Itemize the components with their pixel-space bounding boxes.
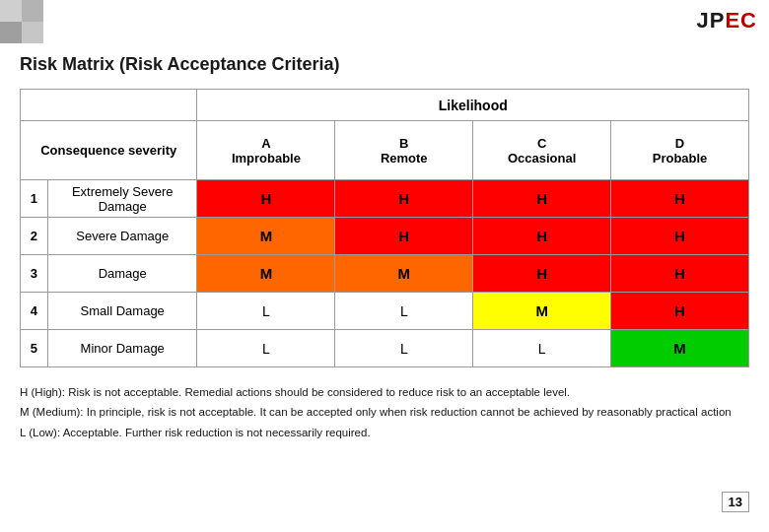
risk-cell-r2-c3: H: [611, 218, 749, 255]
col-header-d: D Probable: [611, 121, 749, 180]
legend-m: M (Medium): In principle, risk is not ac…: [20, 403, 749, 421]
row-label-0: Extremely Severe Damage: [47, 180, 197, 218]
row-label-3: Small Damage: [47, 293, 197, 330]
row-number-4: 4: [21, 293, 48, 330]
table-row: 3DamageMMHH: [21, 255, 749, 293]
jpec-logo: JPEC: [697, 8, 757, 33]
risk-cell-r4-c0: L: [197, 293, 335, 330]
decorative-squares: [0, 0, 59, 59]
risk-cell-r5-c2: L: [473, 330, 611, 367]
likelihood-header: Likelihood: [197, 90, 749, 121]
legend-h: H (High): Risk is not acceptable. Remedi…: [20, 383, 749, 401]
table-row: 2Severe DamageMHHH: [21, 218, 749, 255]
col-header-c: C Occasional: [473, 121, 611, 180]
risk-cell-r2-c0: M: [197, 218, 335, 255]
row-number-3: 3: [21, 255, 48, 293]
row-number-5: 5: [21, 330, 48, 367]
risk-cell-r1-c1: H: [335, 180, 473, 218]
risk-cell-r4-c1: L: [335, 293, 473, 330]
risk-cell-r2-c1: H: [335, 218, 473, 255]
risk-cell-r1-c0: H: [197, 180, 335, 218]
header-row-likelihood: Likelihood: [21, 90, 749, 121]
legend: H (High): Risk is not acceptable. Remedi…: [20, 383, 749, 441]
table-row: 1Extremely Severe DamageHHHH: [21, 180, 749, 218]
row-number-2: 2: [21, 218, 48, 255]
table-row: 5Minor DamageLLLM: [21, 330, 749, 367]
col-header-a: A Improbable: [197, 121, 335, 180]
risk-cell-r3-c0: M: [197, 255, 335, 293]
risk-cell-r1-c2: H: [473, 180, 611, 218]
logo-part2: EC: [725, 8, 757, 33]
risk-cell-r5-c0: L: [197, 330, 335, 367]
risk-cell-r1-c3: H: [611, 180, 749, 218]
consequence-header: Consequence severity: [21, 121, 197, 180]
risk-cell-r5-c3: M: [611, 330, 749, 367]
risk-cell-r3-c3: H: [611, 255, 749, 293]
table-row: 4Small DamageLLMH: [21, 293, 749, 330]
page-container: Risk Matrix (Risk Acceptance Criteria) L…: [20, 54, 749, 512]
risk-cell-r3-c2: H: [473, 255, 611, 293]
col-header-b: B Remote: [335, 121, 473, 180]
row-label-2: Damage: [47, 255, 197, 293]
risk-cell-r2-c2: H: [473, 218, 611, 255]
table-body: 1Extremely Severe DamageHHHH2Severe Dama…: [21, 180, 749, 367]
page-number: 13: [722, 492, 749, 512]
row-label-1: Severe Damage: [47, 218, 197, 255]
header-row-columns: Consequence severity A Improbable B Remo…: [21, 121, 749, 180]
risk-matrix-table: Likelihood Consequence severity A Improb…: [20, 89, 749, 367]
legend-l: L (Low): Acceptable. Further risk reduct…: [20, 424, 749, 441]
risk-cell-r5-c1: L: [335, 330, 473, 367]
risk-cell-r4-c3: H: [611, 293, 749, 330]
row-label-4: Minor Damage: [47, 330, 197, 367]
page-title: Risk Matrix (Risk Acceptance Criteria): [20, 54, 749, 75]
row-number-1: 1: [21, 180, 48, 218]
risk-cell-r3-c1: M: [335, 255, 473, 293]
risk-cell-r4-c2: M: [473, 293, 611, 330]
logo-part1: JP: [697, 8, 726, 33]
